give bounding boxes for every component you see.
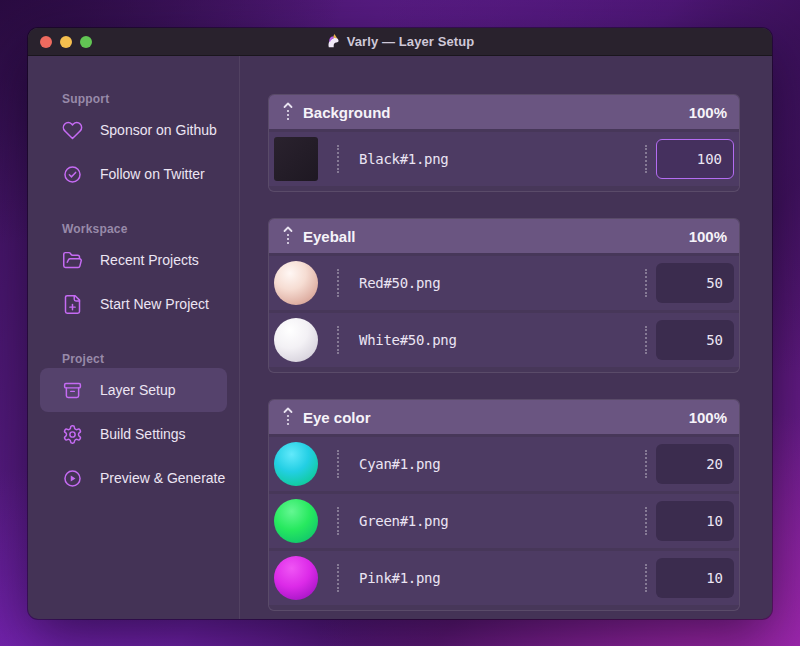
close-button[interactable]	[40, 36, 52, 48]
file-plus-icon	[62, 294, 83, 315]
layer-group-weight: 100%	[689, 409, 727, 426]
layer-group-weight: 100%	[689, 228, 727, 245]
layer-thumbnail-red-sphere	[274, 261, 318, 305]
minimize-button[interactable]	[60, 36, 72, 48]
sidebar-section-workspace: Workspace Recent Projects Start New Proj…	[28, 222, 239, 326]
heart-icon	[62, 120, 83, 141]
layer-row: Green#1.png	[269, 494, 739, 548]
section-title: Support	[62, 92, 239, 106]
layer-thumbnail-white-sphere	[274, 318, 318, 362]
zoom-button[interactable]	[80, 36, 92, 48]
sidebar-item-sponsor-on-github[interactable]: Sponsor on Github	[40, 108, 227, 152]
dotted-divider	[645, 145, 647, 173]
archive-icon	[62, 380, 83, 401]
sidebar-item-label: Build Settings	[100, 426, 186, 442]
sidebar-item-label: Follow on Twitter	[100, 166, 205, 182]
sidebar-item-layer-setup[interactable]: Layer Setup	[40, 368, 227, 412]
sidebar-item-label: Layer Setup	[100, 382, 176, 398]
dotted-divider	[337, 564, 339, 592]
folder-open-icon	[62, 250, 83, 271]
layer-filename: Cyan#1.png	[359, 456, 626, 472]
sidebar-item-recent-projects[interactable]: Recent Projects	[40, 238, 227, 282]
layer-thumbnail-green-sphere	[274, 499, 318, 543]
sidebar-item-follow-on-twitter[interactable]: Follow on Twitter	[40, 152, 227, 196]
sidebar-section-project: Project Layer Setup Build Settings	[28, 352, 239, 500]
layer-group-header: Eye color 100%	[269, 400, 739, 434]
sidebar: Support Sponsor on Github Follow on Twit…	[28, 56, 240, 619]
layer-filename: White#50.png	[359, 332, 626, 348]
layer-group-eye-color: Eye color 100% Cyan#1.png Green#1.png	[268, 399, 740, 611]
sidebar-item-label: Preview & Generate	[100, 470, 225, 486]
dotted-divider	[645, 507, 647, 535]
drag-handle-icon[interactable]	[282, 406, 294, 428]
layer-group-weight: 100%	[689, 104, 727, 121]
dotted-divider	[337, 269, 339, 297]
dotted-divider	[645, 564, 647, 592]
layer-weight-input[interactable]	[656, 320, 734, 360]
play-circle-icon	[62, 468, 83, 489]
window-title: Varly — Layer Setup	[326, 34, 475, 49]
unicorn-icon	[326, 34, 341, 49]
dotted-divider	[337, 507, 339, 535]
layer-row: Black#1.png	[269, 132, 739, 186]
layer-group-header: Eyeball 100%	[269, 219, 739, 253]
layer-setup-panel: Background 100% Black#1.png	[240, 56, 772, 619]
sidebar-item-build-settings[interactable]: Build Settings	[40, 412, 227, 456]
dotted-divider	[645, 450, 647, 478]
app-window: Varly — Layer Setup Support Sponsor on G…	[28, 28, 772, 619]
dotted-divider	[337, 450, 339, 478]
layer-filename: Red#50.png	[359, 275, 626, 291]
section-title: Project	[62, 352, 239, 366]
titlebar: Varly — Layer Setup	[28, 28, 772, 56]
layer-row: Pink#1.png	[269, 551, 739, 605]
layer-group-background: Background 100% Black#1.png	[268, 94, 740, 192]
layer-weight-input[interactable]	[656, 139, 734, 179]
layer-group-title: Eyeball	[303, 228, 680, 245]
sidebar-section-support: Support Sponsor on Github Follow on Twit…	[28, 92, 239, 196]
layer-thumbnail-pink-sphere	[274, 556, 318, 600]
layer-row: Cyan#1.png	[269, 437, 739, 491]
window-title-text: Varly — Layer Setup	[347, 34, 475, 49]
layer-group-eyeball: Eyeball 100% Red#50.png White#50.png	[268, 218, 740, 373]
traffic-lights	[40, 28, 92, 55]
layer-filename: Green#1.png	[359, 513, 626, 529]
dotted-divider	[337, 326, 339, 354]
sidebar-item-label: Start New Project	[100, 296, 209, 312]
layer-group-title: Background	[303, 104, 680, 121]
gear-icon	[62, 424, 83, 445]
sidebar-item-label: Recent Projects	[100, 252, 199, 268]
layer-row: Red#50.png	[269, 256, 739, 310]
sidebar-item-preview-generate[interactable]: Preview & Generate	[40, 456, 227, 500]
drag-handle-icon[interactable]	[282, 101, 294, 123]
layer-group-header: Background 100%	[269, 95, 739, 129]
layer-row: White#50.png	[269, 313, 739, 367]
layer-filename: Pink#1.png	[359, 570, 626, 586]
dotted-divider	[645, 326, 647, 354]
layer-filename: Black#1.png	[359, 151, 626, 167]
dotted-divider	[645, 269, 647, 297]
layer-thumbnail-black	[274, 137, 318, 181]
drag-handle-icon[interactable]	[282, 225, 294, 247]
sidebar-item-start-new-project[interactable]: Start New Project	[40, 282, 227, 326]
layer-weight-input[interactable]	[656, 263, 734, 303]
sidebar-item-label: Sponsor on Github	[100, 122, 217, 138]
layer-weight-input[interactable]	[656, 501, 734, 541]
layer-weight-input[interactable]	[656, 444, 734, 484]
layer-group-title: Eye color	[303, 409, 680, 426]
dotted-divider	[337, 145, 339, 173]
section-title: Workspace	[62, 222, 239, 236]
badge-check-icon	[62, 164, 83, 185]
layer-weight-input[interactable]	[656, 558, 734, 598]
layer-thumbnail-cyan-sphere	[274, 442, 318, 486]
